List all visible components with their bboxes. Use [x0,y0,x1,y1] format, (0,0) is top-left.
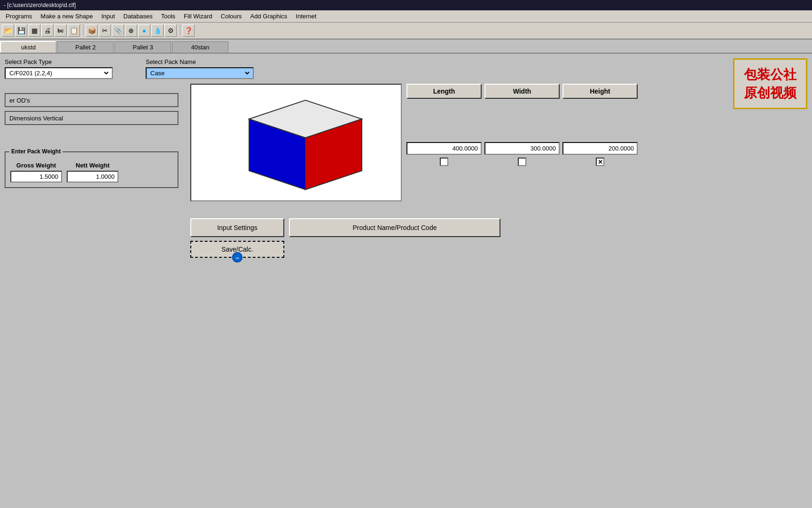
dimensions-vertical-row: Dimensions Vertical [5,111,183,125]
content-row: er OD's Dimensions Vertical Enter Pack W… [5,84,807,503]
menu-input[interactable]: Input [98,12,119,21]
toolbar-cut[interactable]: ✂ [99,24,111,37]
toolbar-gear[interactable]: ⚙ [164,24,177,37]
dim-checkbox-row [406,158,638,166]
gross-weight-col: Gross Weight [10,162,62,183]
product-name-col: Product Name/Product Code [289,218,500,237]
toolbar-copy[interactable]: 📎 [112,24,124,37]
length-input[interactable] [406,142,482,155]
toolbar-3d[interactable]: 📦 [86,24,98,37]
toolbar-save[interactable]: 💾 [15,24,27,37]
preview-dims-row: Length Width Height [190,84,807,201]
nett-weight-col: Nett Weight [67,162,118,183]
dimensions-vertical-label: Dimensions Vertical [5,111,179,125]
box-3d-svg [221,91,371,194]
pack-name-dropdown[interactable]: Case [148,69,251,77]
toolbar-grid[interactable]: ▦ [28,24,40,37]
menu-fill-wizard[interactable]: Fill Wizard [180,12,216,21]
pack-type-label: Select Pack Type [5,58,113,65]
length-label-btn[interactable]: Length [406,84,482,99]
spacer2 [190,205,807,214]
title-bar: - [c:\users\zero\desktop\d.clf] [0,0,812,10]
height-input[interactable] [562,142,638,155]
width-label-btn[interactable]: Width [484,84,560,99]
weight-fields: Gross Weight Nett Weight [10,162,173,183]
pack-name-group: Select Pack Name Case [146,58,254,79]
menu-new-shape[interactable]: Make a new Shape [37,12,96,21]
dim-label-row: Length Width Height [406,84,638,99]
main-content: 包装公社 原创视频 Select Pack Type C/F0201 (2,2,… [0,54,812,508]
title-text: - [c:\users\zero\desktop\d.clf] [4,2,76,8]
toolbar-print[interactable]: 🖨 [41,24,54,37]
toolbar: 📂 💾 ▦ 🖨 bc 📋 📦 ✂ 📎 ⊕ ● 💧 ⚙ ❓ [0,23,812,40]
tab-strip: ukstd Pallet 2 Pallet 3 40stan [0,40,812,54]
toolbar-drop[interactable]: 💧 [151,24,164,37]
gross-weight-input[interactable] [10,171,62,183]
toolbar-clipboard[interactable]: 📋 [68,24,80,37]
toolbar-help[interactable]: ❓ [182,24,195,37]
menu-add-graphics[interactable]: Add Graphics [247,12,291,21]
tab-40stan[interactable]: 40stan [172,41,228,53]
nett-weight-input[interactable] [67,171,118,183]
menu-colours[interactable]: Colours [217,12,246,21]
tab-pallet2[interactable]: Pallet 2 [57,41,114,53]
pack-type-select[interactable]: C/F0201 (2,2,4) [5,67,113,79]
toolbar-bc[interactable]: bc [55,24,67,37]
width-input[interactable] [484,142,560,155]
dim-input-row [406,142,638,155]
menu-programs[interactable]: Programs [2,12,36,21]
overlay-line2: 原创视频 [744,84,796,102]
pack-type-dropdown[interactable]: C/F0201 (2,2,4) [8,69,110,77]
width-checkbox[interactable] [518,158,526,166]
preview-area [190,84,402,201]
length-checkbox[interactable] [440,158,448,166]
blue-circle-icon: – [232,252,242,262]
bottom-buttons: Input Settings Save/Calc. – Product Name… [190,218,807,258]
nett-weight-label: Nett Weight [76,162,109,169]
toolbar-sep1 [82,25,83,36]
pack-weight-title: Enter Pack Weight [9,148,62,155]
menu-databases[interactable]: Databases [120,12,156,21]
menu-tools[interactable]: Tools [157,12,179,21]
pack-weight-group: Enter Pack Weight Gross Weight Nett Weig… [5,151,179,188]
height-checkbox[interactable] [596,158,604,166]
tab-ukstd[interactable]: ukstd [0,41,56,53]
toolbar-target[interactable]: ⊕ [125,24,137,37]
toolbar-open[interactable]: 📂 [2,24,14,37]
left-buttons-col: Input Settings Save/Calc. – [190,218,284,258]
height-label-btn[interactable]: Height [562,84,638,99]
spacer [5,129,183,148]
overlay-line1: 包装公社 [744,65,796,84]
toolbar-sep2 [179,25,180,36]
tab-pallet3[interactable]: Pallet 3 [115,41,171,53]
product-name-button[interactable]: Product Name/Product Code [289,218,500,237]
top-section: Select Pack Type C/F0201 (2,2,4) Select … [5,58,807,79]
center-panel: Length Width Height [190,84,807,503]
dim-spacer [406,102,638,139]
menu-bar: Programs Make a new Shape Input Database… [0,10,812,23]
pack-name-select[interactable]: Case [146,67,254,79]
outer-ods-label: er OD's [5,93,179,107]
toolbar-blue[interactable]: ● [138,24,150,37]
dim-columns: Length Width Height [406,84,638,166]
overlay-box: 包装公社 原创视频 [733,58,807,109]
pack-name-label: Select Pack Name [146,58,254,65]
gross-weight-label: Gross Weight [16,162,56,169]
input-settings-button[interactable]: Input Settings [190,218,284,237]
pack-type-group: Select Pack Type C/F0201 (2,2,4) [5,58,113,79]
menu-internet[interactable]: Internet [292,12,320,21]
left-panel: er OD's Dimensions Vertical Enter Pack W… [5,84,183,503]
outer-ods-row: er OD's [5,93,183,107]
